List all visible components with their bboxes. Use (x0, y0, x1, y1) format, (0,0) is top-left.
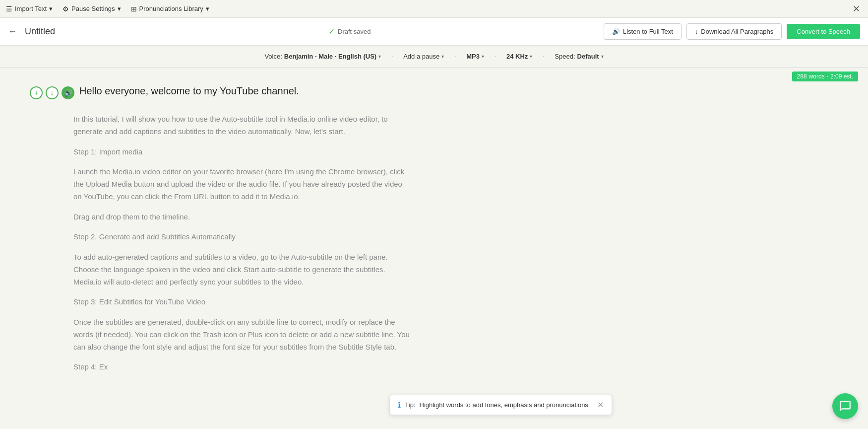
pronunciations-library-icon: ⊞ (131, 5, 137, 13)
chat-bubble-button[interactable] (832, 393, 858, 419)
draft-check-icon: ✓ (328, 27, 335, 36)
tip-info-icon: ℹ (398, 400, 401, 410)
body-text-area: In this tutorial, I will show you how to… (73, 113, 411, 373)
convert-to-speech-button[interactable]: Convert to Speech (787, 24, 860, 39)
pause-chevron-icon: ▾ (441, 54, 444, 59)
voice-selector[interactable]: Voice: Benjamin · Male · English (US) ▾ (264, 53, 381, 60)
first-paragraph-block: + ↓ 🔊 Hello everyone, welcome to my YouT… (30, 85, 838, 101)
title-input[interactable] (25, 26, 322, 37)
tip-close-button[interactable]: ✕ (597, 400, 604, 410)
listen-full-text-button[interactable]: 🔊 Listen to Full Text (604, 23, 682, 40)
pause-settings-menu[interactable]: ⚙ Pause Settings ▾ (62, 5, 121, 13)
import-text-icon: ☰ (6, 5, 12, 13)
toolbar-sep-4: · (542, 51, 545, 62)
word-count-number: 288 (797, 73, 807, 80)
download-all-paragraphs-button[interactable]: ↓ Download All Paragraphs (686, 23, 782, 40)
paragraph-5: Step 2. Generate and add Subtitles Autom… (73, 231, 411, 243)
pause-label: Add a pause (403, 53, 439, 60)
quality-chevron-icon: ▾ (530, 54, 532, 59)
toolbar-sep-2: · (454, 51, 456, 62)
listen-icon: 🔊 (612, 28, 620, 35)
top-bar: ☰ Import Text ▾ ⚙ Pause Settings ▾ ⊞ Pro… (0, 0, 868, 18)
speed-selector[interactable]: Speed: Default ▾ (555, 53, 603, 60)
word-count-badge: 288 words · 2:09 est. (792, 72, 858, 81)
editor-area[interactable]: 288 words · 2:09 est. + ↓ 🔊 Hello everyo… (0, 68, 868, 429)
paragraph-controls: + ↓ 🔊 (30, 86, 74, 99)
format-value: MP3 (466, 53, 480, 60)
main-content: 288 words · 2:09 est. + ↓ 🔊 Hello everyo… (0, 68, 868, 429)
pronunciations-library-menu[interactable]: ⊞ Pronunciations Library ▾ (131, 5, 209, 13)
speed-value: Default (577, 53, 599, 60)
voice-label: Voice: (264, 53, 282, 60)
paragraph-6: To add auto-generated captions and subti… (73, 251, 411, 288)
import-text-menu[interactable]: ☰ Import Text ▾ (6, 5, 53, 13)
voice-chevron-icon: ▾ (378, 54, 381, 59)
quality-selector[interactable]: 24 KHz ▾ (506, 53, 532, 60)
format-chevron-icon: ▾ (482, 54, 484, 59)
download-icon: ↓ (695, 28, 698, 35)
header-bar: ← ✓ Draft saved 🔊 Listen to Full Text ↓ … (0, 18, 868, 46)
tip-message: Highlight words to add tones, emphasis a… (419, 401, 588, 409)
first-paragraph-text: Hello everyone, welcome to my YouTube ch… (79, 85, 299, 97)
back-button[interactable]: ← (8, 26, 17, 37)
draft-status-label: Draft saved (338, 28, 371, 35)
pause-settings-chevron: ▾ (118, 5, 121, 12)
pause-settings-label: Pause Settings (71, 5, 115, 12)
paragraph-7: Step 3: Edit Subtitles for YouTube Video (73, 296, 411, 308)
toolbar-sep-1: · (391, 51, 393, 62)
paragraph-2: Step 1: Import media (73, 146, 411, 158)
play-paragraph-button[interactable]: 🔊 (62, 86, 74, 99)
import-text-chevron: ▾ (49, 5, 53, 12)
convert-label: Convert to Speech (797, 28, 850, 35)
draft-status: ✓ Draft saved (328, 27, 371, 36)
speed-label: Speed: (555, 53, 575, 60)
top-bar-menu: ☰ Import Text ▾ ⚙ Pause Settings ▾ ⊞ Pro… (6, 5, 209, 13)
toolbar-sep-3: · (494, 51, 496, 62)
format-selector[interactable]: MP3 ▾ (466, 53, 484, 60)
add-paragraph-button[interactable]: + (30, 86, 43, 99)
import-text-label: Import Text (15, 5, 47, 12)
paragraph-8: Once the subtitles are generated, double… (73, 316, 411, 353)
toolbar-bar: Voice: Benjamin · Male · English (US) ▾ … (0, 46, 868, 68)
quality-value: 24 KHz (506, 53, 528, 60)
paragraph-3: Launch the Media.io video editor on your… (73, 166, 411, 203)
pause-settings-icon: ⚙ (62, 5, 69, 13)
paragraph-1: In this tutorial, I will show you how to… (73, 113, 411, 138)
speed-chevron-icon: ▾ (601, 54, 604, 59)
listen-label: Listen to Full Text (623, 28, 673, 35)
download-label: Download All Paragraphs (701, 28, 773, 35)
close-button[interactable]: ✕ (853, 3, 860, 14)
word-count-time: 2:09 est. (830, 73, 853, 80)
chat-icon (839, 400, 852, 413)
header-actions: 🔊 Listen to Full Text ↓ Download All Par… (604, 23, 860, 40)
pause-selector[interactable]: Add a pause ▾ (403, 53, 444, 60)
paragraph-4: Drag and drop them to the timeline. (73, 211, 411, 223)
paragraph-9: Step 4: Ex (73, 361, 411, 373)
tip-bar: ℹ Tip: Highlight words to add tones, emp… (389, 395, 612, 415)
word-count-label: words (809, 73, 825, 80)
pronunciations-library-label: Pronunciations Library (139, 5, 203, 12)
tip-prefix: Tip: (405, 401, 415, 409)
word-count-separator: · (827, 73, 828, 80)
pronunciations-library-chevron: ▾ (206, 5, 209, 12)
download-paragraph-button[interactable]: ↓ (46, 86, 59, 99)
voice-value: Benjamin · Male · English (US) (284, 53, 376, 60)
